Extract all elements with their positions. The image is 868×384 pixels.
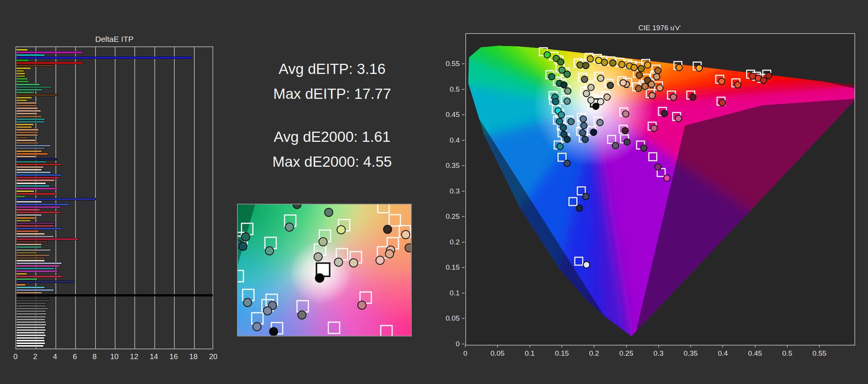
measured-circle — [651, 125, 657, 131]
measured-circle — [607, 82, 614, 89]
bar — [16, 166, 44, 168]
y-tick-label: 0.05 — [422, 314, 460, 323]
gamut-zoom-panel — [237, 204, 412, 336]
bar — [16, 59, 29, 61]
deltae-itp-chart-title: DeltaE ITP — [15, 35, 213, 44]
measured-circle — [383, 225, 392, 234]
bar — [16, 187, 58, 190]
measured-circle — [640, 145, 647, 151]
whitepoint-measured-circle — [315, 273, 324, 283]
bar — [16, 118, 45, 120]
x-tick-label: 0.1 — [525, 349, 534, 358]
measured-circle — [619, 61, 625, 68]
x-tick-mark — [626, 345, 627, 347]
measured-circle — [760, 77, 767, 83]
bar — [16, 94, 58, 96]
measured-circle — [676, 65, 682, 71]
measured-circle — [557, 143, 563, 150]
measured-circle — [564, 160, 570, 167]
bar — [16, 262, 62, 264]
bar — [16, 310, 46, 312]
bar — [16, 332, 45, 334]
y-tick-mark — [462, 216, 465, 217]
measured-circle — [324, 208, 333, 217]
summary-stats: Avg dEITP: 3.16 Max dEITP: 17.77 Avg dE2… — [226, 57, 438, 174]
bar — [16, 123, 34, 126]
target-square — [380, 325, 392, 336]
measured-circle — [557, 59, 564, 65]
y-tick-label: 0.2 — [422, 238, 460, 246]
calibration-report: DeltaE ITP 02468101214161820 Avg dEITP: … — [0, 0, 868, 384]
bar — [16, 158, 57, 160]
bar — [16, 193, 56, 195]
bar — [16, 65, 54, 67]
avg-deitp-value: Avg dEITP: 3.16 — [226, 57, 438, 81]
max-deitp-value: Max dEITP: 17.77 — [226, 81, 438, 106]
measured-circle — [583, 261, 590, 268]
bar — [16, 313, 47, 315]
y-tick-label: 0.35 — [422, 161, 460, 170]
bar — [16, 126, 32, 128]
bar — [16, 297, 49, 299]
bar — [16, 99, 27, 101]
bar — [16, 294, 213, 296]
measured-circle — [564, 98, 570, 104]
bar — [16, 209, 40, 211]
y-tick-mark — [462, 114, 465, 115]
measured-circle — [642, 83, 648, 90]
bar — [16, 235, 54, 238]
bar — [16, 147, 45, 149]
x-tick-label: 0 — [463, 349, 468, 358]
bar — [16, 318, 45, 321]
bar — [16, 139, 36, 141]
measured-circle — [544, 52, 550, 58]
x-tick-mark — [690, 345, 691, 347]
measured-circle — [297, 310, 306, 319]
bar — [16, 342, 45, 344]
bar — [16, 305, 46, 307]
bar — [16, 83, 40, 86]
measured-circle — [564, 71, 570, 77]
bar — [16, 316, 46, 318]
measured-circle — [349, 258, 358, 267]
bar — [16, 198, 96, 200]
measured-circle — [696, 65, 702, 71]
bar — [16, 161, 47, 163]
x-tick-label: 4 — [53, 352, 57, 361]
measured-circle — [401, 230, 410, 239]
bar — [16, 177, 60, 179]
y-tick-mark — [462, 63, 465, 64]
bar — [16, 104, 37, 107]
y-tick-mark — [462, 267, 465, 268]
bar — [16, 337, 45, 339]
bar — [16, 254, 50, 257]
measured-circle — [638, 65, 645, 72]
measured-circle — [655, 68, 661, 74]
measured-circle — [568, 118, 574, 125]
bar — [16, 307, 48, 310]
bar — [16, 267, 55, 270]
bar — [16, 345, 44, 347]
bar — [16, 275, 62, 278]
y-tick-label: 0.15 — [422, 263, 460, 272]
bar — [16, 72, 25, 75]
bar — [16, 206, 61, 208]
bar — [16, 225, 54, 227]
measured-circle — [664, 175, 670, 181]
whitepoint-measured-circle — [593, 103, 599, 109]
y-tick-label: 0.3 — [422, 187, 460, 195]
grid-line — [154, 47, 155, 349]
bar — [16, 238, 79, 240]
bar — [16, 102, 37, 104]
measured-circle — [719, 78, 725, 84]
bar — [16, 174, 62, 176]
bar — [16, 91, 34, 94]
x-tick-mark — [787, 345, 788, 347]
measured-circle — [631, 65, 637, 71]
bar — [16, 137, 29, 139]
bar — [16, 67, 31, 69]
y-tick-label: 0.1 — [422, 289, 460, 297]
y-tick-label: 0.45 — [422, 111, 460, 119]
measured-circle — [265, 246, 274, 255]
target-square — [237, 270, 244, 282]
